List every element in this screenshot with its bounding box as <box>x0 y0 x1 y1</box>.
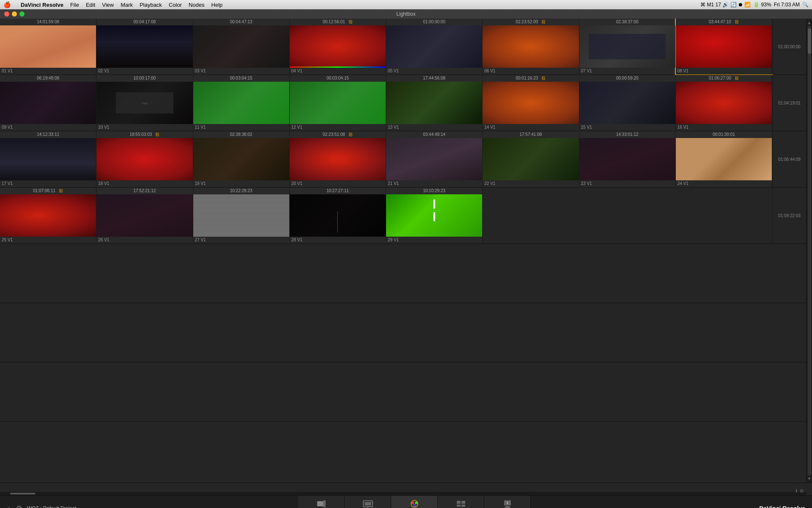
clip-20-thumb[interactable] <box>290 138 386 180</box>
clip-10-thumb[interactable]: clap <box>96 82 192 124</box>
tab-media[interactable]: MEDIA <box>298 496 345 508</box>
tab-gallery[interactable]: GALLERY <box>438 496 484 508</box>
clock: Fri 7:03 AM <box>774 2 800 8</box>
clip-21-thumb[interactable] <box>386 138 482 180</box>
h-scrollbar[interactable] <box>0 492 806 495</box>
tab-deliver[interactable]: DELIVER <box>484 496 531 508</box>
menu-view[interactable]: View <box>102 2 114 8</box>
clip-24[interactable]: 00:01:30:01 24 V1 <box>676 131 772 187</box>
tab-conform[interactable]: CONFORM <box>345 496 391 508</box>
clip-03-thumb[interactable] <box>193 25 289 68</box>
clip-19-thumb[interactable] <box>193 138 289 180</box>
clip-26[interactable]: 17:52:21:12 26 V1 <box>96 188 193 243</box>
clip-23[interactable]: 14:33:01:12 23 V1 <box>579 131 676 187</box>
clip-17[interactable]: 14:12:33:11 17 V1 <box>0 131 96 187</box>
clip-14[interactable]: 00:01:16:23 ⛓ 14 V1 <box>483 75 579 131</box>
clip-04[interactable]: 00:12:56:01 ⛓ 04 V1 <box>290 19 386 75</box>
info-icon[interactable]: ℹ <box>796 488 797 494</box>
clip-14-thumb[interactable] <box>483 82 579 124</box>
menu-nodes[interactable]: Nodes <box>189 2 205 8</box>
clip-20[interactable]: 02:23:51:08 ⛓ 20 V1 <box>290 131 386 187</box>
svg-rect-0 <box>317 501 323 506</box>
brand-name: DaVinci Resolve <box>759 505 805 508</box>
clip-08-thumb[interactable] <box>676 25 772 68</box>
clip-03[interactable]: 00:04:47:13 03 V1 <box>193 19 290 75</box>
clip-02[interactable]: 00:04:17:08 02 V1 <box>96 19 193 75</box>
clip-25[interactable]: 01:07:06:11 ⛓ 25 V1 <box>0 188 96 243</box>
h-scroll-thumb[interactable] <box>10 493 36 494</box>
close-button[interactable] <box>4 11 9 17</box>
clip-13[interactable]: 17:44:56:08 13 V1 <box>386 75 483 131</box>
clip-25-thumb[interactable] <box>0 194 96 237</box>
clip-08[interactable]: 03:44:47:10 ⛓ 08 V1 <box>676 19 772 75</box>
menu-file[interactable]: File <box>70 2 79 8</box>
clip-07-thumb[interactable] <box>579 25 675 68</box>
clip-29[interactable]: 10:10:29:23 29 V1 <box>386 188 483 243</box>
clip-01[interactable]: 14:01:59:08 01 V1 <box>0 19 96 75</box>
menu-help[interactable]: Help <box>211 2 223 8</box>
clip-16-label: 16 V1 <box>676 124 772 131</box>
clip-07[interactable]: 02:38:37:00 07 V1 <box>579 19 676 75</box>
scroll-up-arrow[interactable]: ▲ <box>807 19 812 26</box>
clip-12-thumb[interactable] <box>290 82 386 124</box>
clip-17-thumb[interactable] <box>0 138 96 180</box>
search-icon[interactable]: 🔍 <box>802 2 809 8</box>
clip-11-thumb[interactable] <box>193 82 289 124</box>
clip-23-thumb[interactable] <box>579 138 675 180</box>
clip-19[interactable]: 02:38:38:02 19 V1 <box>193 131 290 187</box>
clip-05[interactable]: 01:00:00:00 05 V1 <box>386 19 483 75</box>
clip-15-thumb[interactable] <box>579 82 675 124</box>
maximize-button[interactable] <box>19 11 25 17</box>
clip-05-timestamp: 01:00:00:00 <box>386 19 482 25</box>
scroll-track[interactable] <box>808 26 811 475</box>
lightbox-grid[interactable]: 14:01:59:08 01 V1 00:04:17:08 02 V1 00:0… <box>0 19 806 483</box>
scroll-down-arrow[interactable]: ▼ <box>807 475 812 482</box>
clip-16[interactable]: 01:06:27:00 ⛓ 16 V1 <box>676 75 772 131</box>
clip-05-thumb[interactable] <box>386 25 482 68</box>
scroll-thumb[interactable] <box>808 28 811 54</box>
clip-06-thumb[interactable] <box>483 25 579 68</box>
clip-24-timestamp: 00:01:30:01 <box>676 131 772 138</box>
clip-29-label: 29 V1 <box>386 237 482 243</box>
tab-color[interactable]: COLOR <box>391 496 438 508</box>
clip-21-label: 21 V1 <box>386 180 482 187</box>
clip-11-timestamp: 00:03:04:15 <box>193 75 289 82</box>
clip-09[interactable]: 06:19:48:08 09 V1 <box>0 75 96 131</box>
clip-22[interactable]: 17:57:41:08 22 V1 <box>483 131 579 187</box>
clip-15[interactable]: 00:00:59:20 15 V1 <box>579 75 676 131</box>
clip-18[interactable]: 18:55:03:03 ⛓ 18 V1 <box>96 131 193 187</box>
clip-04-thumb[interactable] <box>290 25 386 68</box>
clip-21[interactable]: 03:44:48:14 21 V1 <box>386 131 483 187</box>
clip-13-thumb[interactable] <box>386 82 482 124</box>
clip-26-thumb[interactable] <box>96 194 192 237</box>
clip-09-thumb[interactable] <box>0 82 96 124</box>
clip-12[interactable]: 00:03:04:15 12 V1 <box>290 75 386 131</box>
clip-10[interactable]: 10:00:17:00 clap 10 V1 <box>96 75 193 131</box>
clip-27[interactable]: 10:22:28:23 27 V1 <box>193 188 290 243</box>
menu-playback[interactable]: Playback <box>140 2 162 8</box>
clip-02-thumb[interactable] <box>96 25 192 68</box>
link-icon-25: ⛓ <box>59 188 63 193</box>
clip-18-thumb[interactable] <box>96 138 192 180</box>
clip-16-thumb[interactable] <box>676 82 772 124</box>
clip-27-thumb[interactable] <box>193 194 289 237</box>
clip-01-thumb[interactable] <box>0 25 96 68</box>
menu-mark[interactable]: Mark <box>121 2 133 8</box>
clip-29-thumb[interactable] <box>386 194 482 237</box>
clip-11[interactable]: 00:03:04:15 11 V1 <box>193 75 290 131</box>
vertical-scrollbar[interactable]: ▲ ▼ <box>806 19 812 483</box>
settings-button[interactable]: ⚙ <box>16 504 22 508</box>
clip-24-thumb[interactable] <box>676 138 772 180</box>
clip-22-thumb[interactable] <box>483 138 579 180</box>
clip-28-thumb[interactable] <box>290 194 386 237</box>
minimize-button[interactable] <box>12 11 17 17</box>
clip-15-timestamp: 00:00:59:20 <box>579 75 675 82</box>
clip-06-timestamp: 02:23:52:00 ⛓ <box>483 19 579 25</box>
clip-06[interactable]: 02:23:52:00 ⛓ 06 V1 <box>483 19 579 75</box>
home-button[interactable]: ⌂ <box>7 505 11 508</box>
grid-icon[interactable]: ⊞ <box>800 488 804 494</box>
menu-edit[interactable]: Edit <box>86 2 95 8</box>
clip-28[interactable]: 10:27:27:11 28 V1 <box>290 188 386 243</box>
apple-menu[interactable]: 🍎 <box>3 1 11 8</box>
menu-color[interactable]: Color <box>169 2 182 8</box>
